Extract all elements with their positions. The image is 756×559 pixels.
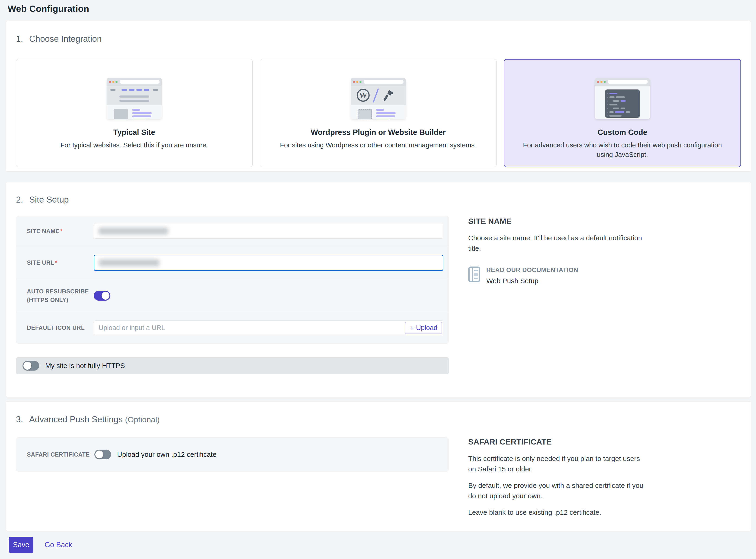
- address-bar: [364, 80, 404, 84]
- integration-card-description: For sites using Wordpress or other conte…: [273, 140, 483, 150]
- mock-content: [107, 105, 162, 119]
- plus-icon: +: [410, 324, 414, 332]
- web-configuration-page: Web Configuration 1.Choose Integration: [0, 0, 756, 559]
- documentation-row: READ OUR DOCUMENTATION Web Push Setup: [468, 267, 654, 285]
- advanced-push-settings-section: 3.Advanced Push Settings (Optional) SAFA…: [5, 401, 751, 531]
- browser-bar: [107, 78, 162, 86]
- not-fully-https-toggle[interactable]: [22, 361, 39, 371]
- safari-help-paragraph: By default, we provide you with a shared…: [468, 480, 649, 501]
- integration-card-wordpress[interactable]: W: [260, 59, 497, 167]
- site-url-input[interactable]: [94, 255, 444, 271]
- redacted-site-url-value: [99, 259, 159, 266]
- save-button[interactable]: Save: [9, 537, 34, 553]
- safari-certificate-panel: SAFARI CERTIFICATE Upload your own .p12 …: [16, 437, 449, 472]
- safari-certificate-toggle-text: Upload your own .p12 certificate: [117, 450, 217, 459]
- site-name-help-heading: SITE NAME: [468, 217, 654, 226]
- safari-certificate-toggle[interactable]: [94, 450, 111, 459]
- typical-site-illustration: [107, 78, 162, 119]
- auto-resubscribe-row: AUTO RESUBSCRIBE (HTTPS ONLY): [16, 279, 449, 312]
- site-name-input[interactable]: [94, 224, 444, 239]
- toggle-knob: [102, 292, 109, 300]
- site-setup-form-panel: SITE NAME* SITE URL* AUT: [16, 216, 449, 344]
- integration-cards-row: Typical Site For typical websites. Selec…: [16, 59, 741, 167]
- default-icon-label: DEFAULT ICON URL: [27, 323, 94, 332]
- section-title: Site Setup: [29, 195, 69, 204]
- site-name-label: SITE NAME*: [27, 227, 94, 235]
- site-url-row: SITE URL*: [16, 246, 449, 279]
- toggle-knob: [23, 362, 31, 370]
- code-editor-block: [605, 89, 640, 118]
- section-title: Advanced Push Settings: [29, 415, 123, 424]
- site-setup-section: 2.Site Setup SITE NAME* SITE URL*: [5, 182, 751, 397]
- browser-bar: [595, 78, 650, 86]
- site-setup-help-column: SITE NAME Choose a site name. It'll be u…: [468, 216, 654, 344]
- documentation-icon: [468, 267, 480, 282]
- go-back-link[interactable]: Go Back: [45, 541, 72, 549]
- required-asterisk: *: [55, 259, 57, 266]
- integration-card-typical-site[interactable]: Typical Site For typical websites. Selec…: [16, 59, 253, 167]
- red-dot-icon: [353, 81, 355, 83]
- choose-integration-heading: 1.Choose Integration: [16, 34, 741, 44]
- read-our-documentation-label: READ OUR DOCUMENTATION: [486, 267, 578, 274]
- section-title: Choose Integration: [29, 34, 102, 44]
- auto-resubscribe-toggle[interactable]: [94, 291, 110, 300]
- green-dot-icon: [360, 81, 362, 83]
- site-url-label: SITE URL*: [27, 259, 94, 267]
- safari-help-paragraph: Leave blank to use existing .p12 certifi…: [468, 507, 649, 517]
- integration-card-description: For advanced users who wish to code thei…: [509, 140, 736, 159]
- mock-content: [351, 105, 406, 119]
- safari-help-paragraph: This certificate is only needed if you p…: [468, 453, 649, 474]
- section-number: 2.: [16, 195, 23, 204]
- auto-resubscribe-label: AUTO RESUBSCRIBE (HTTPS ONLY): [27, 287, 94, 304]
- integration-card-title: Wordpress Plugin or Website Builder: [311, 128, 446, 137]
- section-number: 3.: [16, 415, 23, 424]
- browser-bar: [351, 78, 406, 86]
- integration-card-custom-code[interactable]: Custom Code For advanced users who wish …: [504, 59, 741, 167]
- site-setup-heading: 2.Site Setup: [16, 195, 741, 205]
- footer-actions: Save Go Back: [9, 537, 756, 553]
- upload-button[interactable]: + Upload: [405, 322, 442, 334]
- web-push-setup-link[interactable]: Web Push Setup: [486, 277, 578, 285]
- integration-card-title: Typical Site: [113, 128, 155, 137]
- not-fully-https-bar: My site is not fully HTTPS: [16, 357, 449, 374]
- mock-header-band: [107, 86, 162, 105]
- site-name-row: SITE NAME*: [16, 216, 449, 246]
- yellow-dot-icon: [356, 81, 358, 83]
- safari-help-heading: SAFARI CERTIFICATE: [468, 437, 654, 446]
- wordpress-logo-icon: W: [357, 89, 370, 102]
- safari-certificate-label: SAFARI CERTIFICATE: [27, 451, 90, 458]
- safari-help-column: SAFARI CERTIFICATE This certificate is o…: [468, 424, 654, 517]
- page-title: Web Configuration: [8, 4, 756, 14]
- address-bar: [120, 80, 159, 84]
- section-number: 1.: [16, 34, 23, 44]
- yellow-dot-icon: [600, 81, 603, 83]
- address-bar: [608, 80, 648, 84]
- red-dot-icon: [597, 81, 599, 83]
- default-icon-row: DEFAULT ICON URL + Upload: [16, 312, 449, 343]
- green-dot-icon: [604, 81, 606, 83]
- mock-header-band: W: [351, 86, 406, 105]
- advanced-push-settings-heading: 3.Advanced Push Settings (Optional): [16, 415, 741, 424]
- required-asterisk: *: [60, 228, 63, 234]
- default-icon-url-input[interactable]: [94, 320, 444, 335]
- custom-code-illustration: [595, 78, 650, 119]
- green-dot-icon: [115, 81, 117, 83]
- upload-button-label: Upload: [416, 324, 437, 332]
- yellow-dot-icon: [112, 81, 114, 83]
- integration-card-description: For typical websites. Select this if you…: [53, 140, 215, 150]
- integration-card-title: Custom Code: [598, 128, 647, 137]
- red-dot-icon: [109, 81, 111, 83]
- slash-icon: [373, 88, 379, 103]
- optional-suffix: (Optional): [125, 415, 159, 424]
- choose-integration-section: 1.Choose Integration: [5, 21, 751, 172]
- toggle-knob: [95, 450, 103, 459]
- hammer-icon: [380, 88, 396, 103]
- wordpress-illustration: W: [351, 78, 406, 119]
- not-fully-https-label: My site is not fully HTTPS: [45, 362, 125, 370]
- site-name-help-body: Choose a site name. It'll be used as a d…: [468, 233, 649, 253]
- redacted-site-name-value: [99, 228, 168, 234]
